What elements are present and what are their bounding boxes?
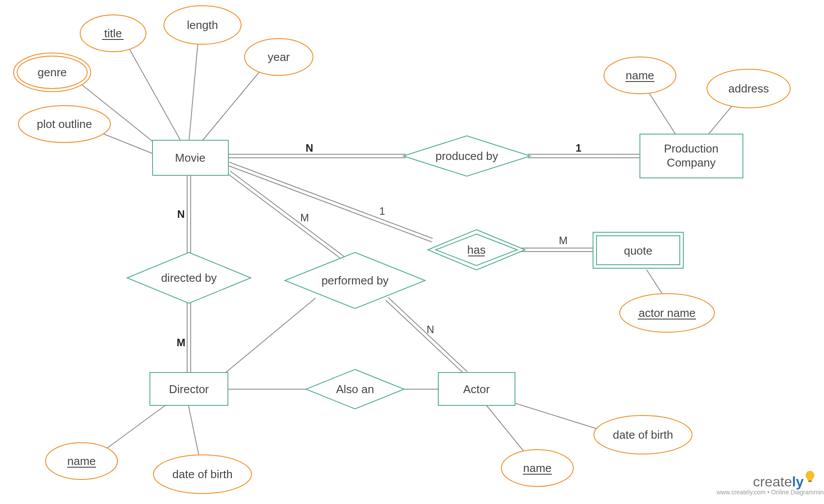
attr-length-label: length [187,18,218,32]
entity-quote: quote [593,232,683,268]
entity-movie: Movie [153,140,228,175]
attr-year-label: year [268,50,290,64]
entity-actor: Actor [438,373,515,405]
card-movie-produced-N: N [305,142,313,154]
card-director-directed-M: M [177,337,185,348]
attr-actor-dob: date of birth [594,415,692,454]
rel-also-an-label: Also an [336,383,374,396]
edge-movie-has-a [228,166,432,242]
edge-movie-year [197,62,267,147]
edge-prod-name [644,85,679,140]
attr-plot-outline-label: plot outline [37,117,92,131]
edge-movie-title [126,43,184,147]
entity-production-company: Production Company [640,134,743,178]
card-quote-has-M: M [559,234,568,246]
rel-also-an: Also an [306,369,404,409]
attr-length: length [164,6,241,44]
attr-plot-outline: plot outline [18,106,110,142]
attr-prod-name: name [604,57,676,94]
lightbulb-icon [806,471,814,482]
attr-director-dob: date of birth [153,455,252,493]
rel-performed-by: performed by [285,252,425,309]
svg-rect-32 [808,480,812,482]
rel-performed-by-label: performed by [321,274,388,287]
svg-text:creately: creately [753,474,804,490]
rel-has-label: has [467,243,486,256]
edge-performed-actor-a [386,300,465,374]
rel-produced-by-label: produced by [435,149,498,163]
creately-logo: creately www.creately.com • Online Diagr… [716,471,824,496]
logo-tagline: www.creately.com • Online Diagramming [716,489,824,496]
er-diagram-canvas: N 1 N M M N 1 M title length year genre … [0,0,824,504]
attr-director-dob-label: date of birth [172,468,232,481]
attr-prod-name-label: name [625,69,654,82]
card-actor-performed-N: N [426,323,434,335]
rel-directed-by-label: directed by [161,271,217,284]
attr-title-label: title [104,27,122,40]
attr-director-name: name [46,443,117,479]
edge-performed-director [226,298,316,373]
entity-movie-label: Movie [175,151,205,164]
attr-actor-name: name [501,450,573,486]
logo-part1: create [753,474,792,490]
attr-actor-dob-label: date of birth [613,428,673,441]
rel-directed-by: directed by [127,252,251,303]
cardinalities: N 1 N M M N 1 M [177,142,582,348]
entity-director-label: Director [169,383,209,396]
entity-quote-label: quote [624,244,652,257]
entity-prod-label1: Production [664,142,718,155]
attr-prod-address: address [707,69,790,108]
edge-movie-has-b [229,162,433,238]
card-movie-performed-M: M [300,212,309,224]
card-movie-has-1: 1 [379,205,385,217]
rel-has: has [428,230,525,270]
entity-director: Director [150,373,228,405]
attr-prod-address-label: address [728,82,769,95]
edge-director-name [101,405,165,453]
entity-actor-label: Actor [463,383,490,396]
card-prod-produced-1: 1 [575,142,581,154]
edge-movie-length [188,31,199,147]
logo-part2: ly [792,474,804,490]
edge-movie-performed-a [227,174,345,262]
attr-director-name-label: name [67,454,96,468]
attr-genre: genre [14,53,91,92]
attr-genre-label: genre [38,66,67,79]
entity-prod-label2: Company [667,156,715,169]
attr-actor-name-of-quote: actor name [620,294,714,332]
attr-title: title [80,15,146,52]
attr-year: year [245,39,313,75]
rel-produced-by: produced by [403,136,530,176]
attr-actor-name-of-quote-label: actor name [639,306,696,319]
attr-actor-name-label: name [523,461,551,475]
card-movie-directed-N: N [177,208,185,220]
